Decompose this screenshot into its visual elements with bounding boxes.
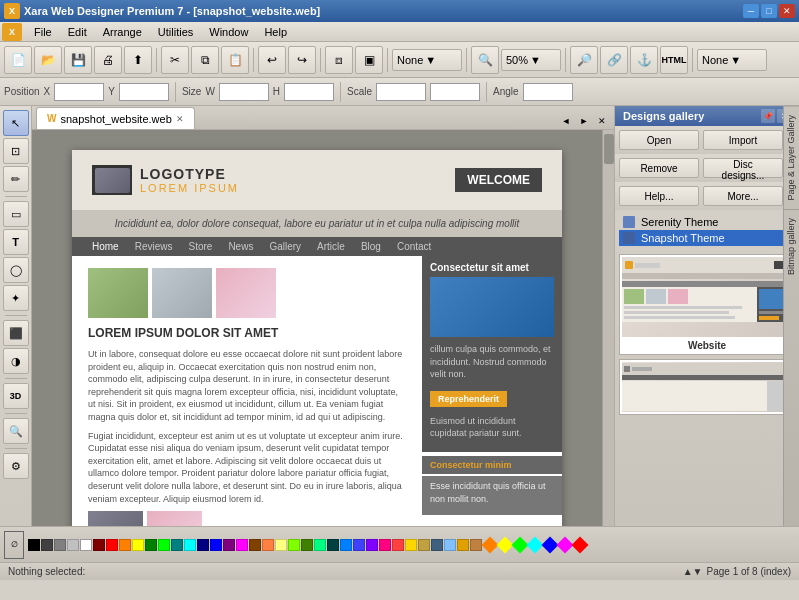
title-bar-controls[interactable]: ─ □ ✕ [743,4,795,18]
menu-utilities[interactable]: Utilities [150,24,201,40]
canvas-scroll[interactable]: LOGOTYPE LOREM IPSUM WELCOME Incididunt … [32,130,602,526]
paste-button[interactable]: 📋 [221,46,249,74]
tab-snapshot[interactable]: W snapshot_website.web ✕ [36,107,195,129]
menu-window[interactable]: Window [201,24,256,40]
nav-contact[interactable]: Contact [397,241,431,252]
maximize-button[interactable]: □ [761,4,777,18]
swatch-periwinkle[interactable] [353,539,365,551]
more-button[interactable]: More... [703,186,783,206]
swatch-blue[interactable] [210,539,222,551]
swatch-olive[interactable] [301,539,313,551]
swatch-green[interactable] [158,539,170,551]
design-item-serenity[interactable]: Serenity Theme [619,214,795,230]
wp-welcome-btn[interactable]: WELCOME [455,168,542,192]
swatch-gold[interactable] [405,539,417,551]
swatch-red[interactable] [106,539,118,551]
tab-close-all-button[interactable]: ✕ [594,113,610,129]
star-tool[interactable]: ✦ [3,285,29,311]
print-button[interactable]: 🖨 [94,46,122,74]
nav-gallery[interactable]: Gallery [269,241,301,252]
scale-w-input[interactable] [376,83,426,101]
zoom-tool[interactable]: 🔍 [3,418,29,444]
w-input[interactable] [219,83,269,101]
redo-button[interactable]: ↪ [288,46,316,74]
swatch-salmon[interactable] [262,539,274,551]
swatch-teal[interactable] [171,539,183,551]
menu-help[interactable]: Help [256,24,295,40]
zoom-dropdown[interactable]: 50% ▼ [501,49,561,71]
node-edit-tool[interactable]: ⊡ [3,138,29,164]
swatch-orange[interactable] [119,539,131,551]
import-button[interactable]: Import [703,130,783,150]
3d-tool[interactable]: 3D [3,383,29,409]
swatch-light-yellow[interactable] [275,539,287,551]
publish-button[interactable]: ⬆ [124,46,152,74]
h-input[interactable] [284,83,334,101]
fill-tool[interactable]: ⬛ [3,320,29,346]
swatch-violet[interactable] [366,539,378,551]
tab-close-button[interactable]: ✕ [176,114,184,124]
swatch-light-blue[interactable] [444,539,456,551]
swatch-khaki[interactable] [418,539,430,551]
cut-button[interactable]: ✂ [161,46,189,74]
selector-tool[interactable]: ↖ [3,110,29,136]
snap-dropdown[interactable]: None ▼ [392,49,462,71]
swatch-sky[interactable] [340,539,352,551]
diamond-red[interactable] [572,536,589,553]
remove-button[interactable]: Remove [619,158,699,178]
swatch-yellow[interactable] [132,539,144,551]
menu-file[interactable]: File [26,24,60,40]
swatch-mint[interactable] [314,539,326,551]
swatch-dark-green[interactable] [145,539,157,551]
tab-next-button[interactable]: ► [576,113,592,129]
swatch-navy[interactable] [197,539,209,551]
nav-blog[interactable]: Blog [361,241,381,252]
x-input[interactable] [54,83,104,101]
swatch-coral[interactable] [392,539,404,551]
nav-store[interactable]: Store [188,241,212,252]
new-button[interactable]: 📄 [4,46,32,74]
no-color-swatch[interactable]: ∅ [4,531,24,559]
scrollbar-thumb[interactable] [604,134,614,164]
undo-button[interactable]: ↩ [258,46,286,74]
draw-tool[interactable]: ✏ [3,166,29,192]
save-button[interactable]: 💾 [64,46,92,74]
angle-input[interactable] [523,83,573,101]
swatch-white[interactable] [80,539,92,551]
swatch-magenta[interactable] [236,539,248,551]
design-item-snapshot[interactable]: Snapshot Theme [619,230,795,246]
scale-h-input[interactable] [430,83,480,101]
copy-button[interactable]: ⧉ [191,46,219,74]
menu-arrange[interactable]: Arrange [95,24,150,40]
menu-edit[interactable]: Edit [60,24,95,40]
tab-prev-button[interactable]: ◄ [558,113,574,129]
style-dropdown[interactable]: None ▼ [697,49,767,71]
transparency-tool[interactable]: ◑ [3,348,29,374]
group-button[interactable]: ▣ [355,46,383,74]
anchor-button[interactable]: ⚓ [630,46,658,74]
nav-news[interactable]: News [228,241,253,252]
open-button[interactable]: Open [619,130,699,150]
y-input[interactable] [119,83,169,101]
swatch-dark-red[interactable] [93,539,105,551]
nav-article[interactable]: Article [317,241,345,252]
open-button[interactable]: 📂 [34,46,62,74]
html-button[interactable]: HTML [660,46,688,74]
swatch-dark-teal[interactable] [327,539,339,551]
help-button[interactable]: Help... [619,186,699,206]
panel-pin-button[interactable]: 📌 [761,109,775,123]
link-button[interactable]: 🔗 [600,46,628,74]
swatch-amber[interactable] [457,539,469,551]
canvas-scrollbar[interactable] [602,130,614,526]
close-button[interactable]: ✕ [779,4,795,18]
swatch-gray[interactable] [54,539,66,551]
disc-designs-button[interactable]: Disc designs... [703,158,783,178]
nav-home[interactable]: Home [92,241,119,252]
swatch-black[interactable] [28,539,40,551]
swatch-lime[interactable] [288,539,300,551]
bitmap-gallery-tab[interactable]: Bitmap gallery [784,209,799,283]
text-tool[interactable]: T [3,229,29,255]
minimize-button[interactable]: ─ [743,4,759,18]
duplicate-button[interactable]: ⧈ [325,46,353,74]
ellipse-tool[interactable]: ◯ [3,257,29,283]
